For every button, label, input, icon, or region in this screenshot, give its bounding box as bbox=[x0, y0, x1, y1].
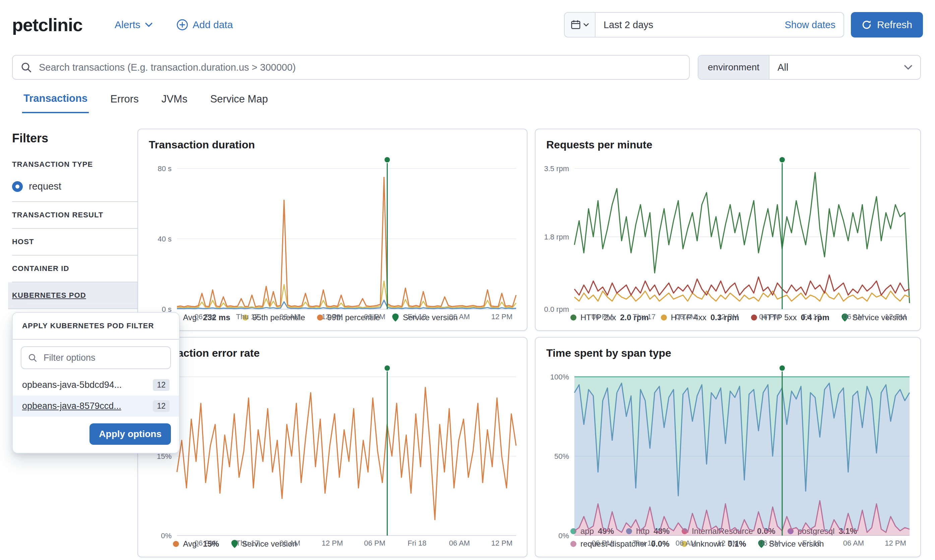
time-spent-by-span-type-chart[interactable]: 0%50%100%06 PMThu 1706 AM12 PM06 PMFri 1… bbox=[536, 359, 920, 526]
tab-service-map[interactable]: Service Map bbox=[209, 92, 269, 113]
x-tick-label: 06 PM bbox=[759, 312, 781, 321]
y-tick-label: 100% bbox=[550, 373, 569, 381]
chevron-down-icon bbox=[904, 65, 912, 70]
tab-transactions[interactable]: Transactions bbox=[22, 92, 89, 113]
filter-section-transaction-type: TRANSACTION TYPE request bbox=[12, 154, 137, 202]
search-box bbox=[12, 55, 690, 80]
date-range-button[interactable]: Last 2 days bbox=[596, 13, 776, 37]
x-tick-label: 12 PM bbox=[717, 312, 739, 321]
x-tick-label: 06 AM bbox=[843, 539, 864, 547]
y-tick-label: 50% bbox=[554, 452, 569, 460]
y-tick-label: 80 s bbox=[157, 165, 172, 173]
popover-title: APPLY KUBERNETES POD FILTER bbox=[13, 313, 179, 340]
transaction-error-rate-panel: Transaction error rate 0%15%30%06 PMThu … bbox=[137, 337, 527, 557]
x-tick-label: 06 AM bbox=[676, 539, 696, 547]
search-icon bbox=[28, 353, 37, 362]
x-tick-label: 06 PM bbox=[759, 539, 781, 547]
x-tick-label: 06 AM bbox=[843, 312, 864, 321]
tab-jvms[interactable]: JVMs bbox=[160, 92, 189, 113]
chart-canvas[interactable]: 0%50%100%06 PMThu 1706 AM12 PM06 PMFri 1… bbox=[536, 359, 920, 549]
x-tick-label: 06 PM bbox=[194, 539, 216, 547]
search-icon bbox=[21, 62, 31, 73]
filter-options-input[interactable] bbox=[42, 352, 163, 364]
chart-canvas[interactable]: 0 s40 s80 s06 PMThu 1706 AM12 PM06 PMFri… bbox=[138, 151, 527, 323]
date-picker-group: Last 2 days Show dates bbox=[564, 12, 844, 37]
apply-options-button[interactable]: Apply options bbox=[89, 423, 171, 445]
panel-title: Transaction duration bbox=[138, 129, 527, 151]
filters-sidebar: Filters TRANSACTION TYPE request TRANSAC… bbox=[12, 131, 137, 309]
x-tick-label: Thu 17 bbox=[633, 312, 656, 321]
x-tick-label: Fri 18 bbox=[802, 312, 821, 321]
x-tick-label: Thu 17 bbox=[633, 539, 656, 547]
y-tick-label: 0% bbox=[558, 532, 569, 540]
service-version-annotation-marker[interactable] bbox=[779, 157, 785, 162]
filter-title-host[interactable]: HOST bbox=[12, 229, 137, 255]
popover-actions: Apply options bbox=[13, 417, 179, 453]
alerts-menu-button[interactable]: Alerts bbox=[115, 19, 152, 31]
y-tick-label: 40 s bbox=[157, 235, 172, 243]
panel-title: Time spent by span type bbox=[536, 338, 920, 359]
top-bar: petclinic Alerts Add data Last 2 days Sh… bbox=[12, 0, 923, 49]
x-tick-label: Fri 18 bbox=[408, 312, 426, 321]
x-tick-label: Fri 18 bbox=[802, 539, 821, 547]
x-tick-label: 06 AM bbox=[676, 312, 696, 321]
service-version-annotation-marker[interactable] bbox=[779, 365, 785, 371]
panel-title: Requests per minute bbox=[536, 129, 920, 151]
filter-title-kubernetes-pod[interactable]: KUBERNETES POD bbox=[8, 282, 142, 309]
y-tick-label: 0% bbox=[161, 532, 172, 540]
app-logo: petclinic bbox=[12, 14, 82, 35]
date-quick-select-button[interactable] bbox=[565, 13, 596, 37]
refresh-icon bbox=[862, 20, 872, 30]
radio-selected-icon bbox=[12, 181, 23, 192]
filter-options-search-box bbox=[21, 346, 171, 369]
calendar-icon bbox=[571, 20, 581, 30]
transaction-error-rate-chart[interactable]: 0%15%30%06 PMThu 1706 AM12 PM06 PMFri 18… bbox=[138, 359, 527, 539]
environment-select[interactable]: All bbox=[769, 55, 920, 79]
requests-per-minute-panel: Requests per minute 0.0 rpm1.8 rpm3.5 rp… bbox=[535, 129, 921, 331]
x-tick-label: 06 AM bbox=[449, 312, 470, 321]
environment-select-value: All bbox=[778, 62, 899, 73]
plus-circle-icon bbox=[177, 19, 188, 31]
alerts-label: Alerts bbox=[115, 19, 140, 31]
pod-filter-option-label: opbeans-java-8579ccd... bbox=[22, 401, 148, 411]
y-tick-label: 1.8 rpm bbox=[544, 233, 569, 241]
radio-option-label: request bbox=[29, 181, 61, 192]
x-tick-label: 06 PM bbox=[364, 312, 385, 321]
x-tick-label: 12 PM bbox=[322, 312, 343, 321]
chevron-down-icon bbox=[584, 23, 589, 26]
refresh-button[interactable]: Refresh bbox=[851, 12, 923, 37]
date-controls: Last 2 days Show dates Refresh bbox=[564, 12, 923, 37]
line-series bbox=[575, 172, 910, 303]
refresh-label: Refresh bbox=[877, 19, 912, 31]
x-tick-label: 06 PM bbox=[591, 539, 613, 547]
pod-filter-option-count: 12 bbox=[153, 400, 169, 412]
x-tick-label: 12 PM bbox=[491, 539, 513, 547]
filter-title-transaction-type[interactable]: TRANSACTION TYPE bbox=[12, 154, 137, 175]
add-data-button[interactable]: Add data bbox=[177, 19, 233, 31]
pod-filter-option-1[interactable]: opbeans-java-5bdcd94... 12 bbox=[13, 374, 179, 395]
x-tick-label: 12 PM bbox=[717, 539, 739, 547]
pod-filter-option-count: 12 bbox=[153, 379, 169, 391]
line-series bbox=[177, 388, 516, 520]
chart-canvas[interactable]: 0.0 rpm1.8 rpm3.5 rpm06 PMThu 1706 AM12 … bbox=[536, 151, 920, 323]
requests-per-minute-chart[interactable]: 0.0 rpm1.8 rpm3.5 rpm06 PMThu 1706 AM12 … bbox=[536, 151, 920, 313]
filter-title-transaction-result[interactable]: TRANSACTION RESULT bbox=[12, 202, 137, 229]
filter-title-container-id[interactable]: CONTAINER ID bbox=[12, 255, 137, 282]
x-tick-label: 12 PM bbox=[322, 539, 343, 547]
radio-option-request[interactable]: request bbox=[12, 175, 137, 198]
x-tick-label: 06 PM bbox=[364, 539, 385, 547]
pod-filter-option-2[interactable]: opbeans-java-8579ccd... 12 bbox=[13, 395, 179, 417]
service-version-annotation-marker[interactable] bbox=[384, 157, 390, 162]
line-series bbox=[177, 281, 516, 308]
x-tick-label: Fri 18 bbox=[408, 539, 426, 547]
panel-title: Transaction error rate bbox=[138, 338, 527, 359]
service-version-annotation-marker[interactable] bbox=[384, 365, 390, 371]
transaction-duration-chart[interactable]: 0 s40 s80 s06 PMThu 1706 AM12 PM06 PMFri… bbox=[138, 151, 527, 313]
show-dates-button[interactable]: Show dates bbox=[776, 13, 844, 37]
chart-canvas[interactable]: 0%15%30%06 PMThu 1706 AM12 PM06 PMFri 18… bbox=[138, 359, 527, 549]
x-tick-label: 06 AM bbox=[279, 539, 300, 547]
search-transactions-input[interactable] bbox=[37, 61, 681, 74]
environment-filter: environment All bbox=[698, 55, 921, 80]
line-series bbox=[575, 275, 910, 295]
tab-errors[interactable]: Errors bbox=[109, 92, 140, 113]
